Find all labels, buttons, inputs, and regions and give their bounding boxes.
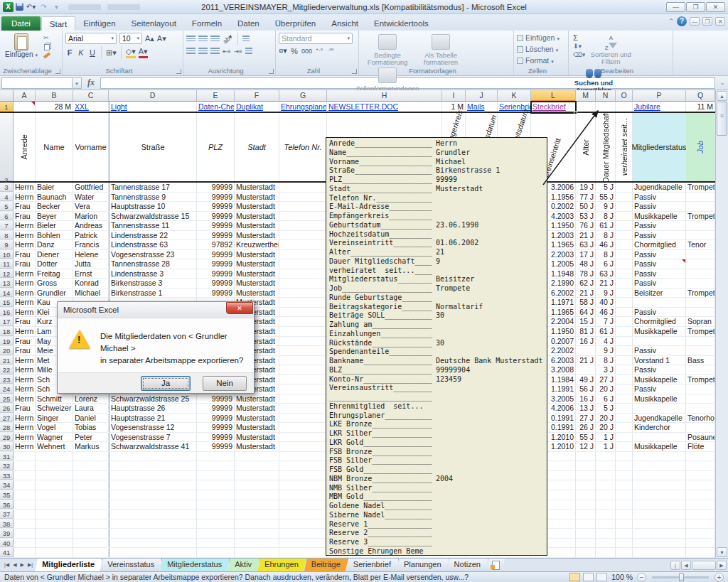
percent-style-icon[interactable]: %	[290, 47, 299, 55]
cell-A18[interactable]: Herrn	[14, 327, 36, 336]
cell-F13[interactable]: Musterstadt	[235, 279, 279, 288]
cell-B26[interactable]: Schweizer	[36, 404, 73, 413]
cell-B7[interactable]: Bieler	[36, 221, 73, 230]
cell-Q17[interactable]: Sopran	[686, 317, 715, 326]
cell-C38[interactable]	[73, 519, 109, 529]
cell-D40[interactable]	[109, 539, 197, 548]
cell-Q27[interactable]: Tenorhor	[686, 414, 715, 423]
cell-P16[interactable]: Passiv	[633, 308, 686, 317]
align-right-icon[interactable]	[210, 48, 220, 55]
link-light[interactable]: Light	[111, 102, 127, 111]
cell-O33[interactable]	[616, 471, 633, 480]
cell-M1[interactable]	[576, 102, 596, 112]
cell-G29[interactable]	[279, 433, 327, 442]
cell-G41[interactable]	[279, 548, 327, 557]
cell-F36[interactable]	[235, 500, 279, 510]
cell-N27[interactable]: 20 J	[596, 414, 616, 423]
cut-icon[interactable]: ✂	[43, 34, 50, 41]
cell-P20[interactable]: Passiv	[633, 346, 686, 355]
cell-C6[interactable]: Marion	[73, 212, 109, 221]
row-header-10[interactable]: 10	[0, 250, 14, 259]
cell-E4[interactable]: 99999	[197, 193, 235, 202]
cell-B36[interactable]	[36, 500, 73, 510]
cell-Q13[interactable]	[686, 279, 715, 288]
cell-N12[interactable]: 63 J	[596, 269, 616, 279]
cell-O1[interactable]	[616, 102, 633, 112]
cell-Q23[interactable]: Trompete	[686, 375, 715, 384]
scroll-right-icon[interactable]: ▶	[717, 561, 727, 570]
cell-F31[interactable]	[235, 452, 279, 461]
cell-Q38[interactable]	[686, 519, 715, 529]
name-box[interactable]	[1, 77, 73, 89]
sheet-tab-aktiv[interactable]: Aktiv	[228, 559, 259, 571]
font-size-select[interactable]: 10▾	[119, 33, 142, 44]
cell-N1[interactable]	[596, 102, 616, 112]
column-header-I[interactable]: I	[442, 90, 466, 102]
cell-A16[interactable]: Herrn	[14, 308, 36, 317]
cell-Q35[interactable]	[686, 490, 715, 500]
cell-N5[interactable]: 9 J	[596, 202, 616, 211]
cell-B39[interactable]	[36, 529, 73, 538]
column-header-G[interactable]: G	[279, 90, 327, 102]
qat-customize-icon[interactable]: ▾	[51, 3, 62, 11]
cell-A7[interactable]: Herrn	[14, 221, 36, 230]
cell-P25[interactable]: Musikkapelle	[633, 394, 686, 404]
cell-B6[interactable]: Beyer	[36, 212, 73, 221]
cell-C1[interactable]: XXL	[73, 102, 109, 112]
column-header-J[interactable]: J	[466, 90, 498, 102]
row-header-15[interactable]: 15	[0, 298, 14, 307]
format-cells-button[interactable]: Format▾	[517, 55, 565, 67]
cell-D7[interactable]: Tannenstrasse 11	[109, 221, 197, 230]
cell-B41[interactable]	[36, 548, 73, 557]
insert-function-icon[interactable]: fx	[82, 77, 100, 88]
cell-Q22[interactable]	[686, 365, 715, 374]
header-cell-B[interactable]: Name	[36, 113, 73, 181]
link-ehrungsplaner[interactable]: Ehrungsplaner	[281, 102, 327, 111]
borders-icon[interactable]: ⊞▾	[106, 48, 117, 58]
cell-F3[interactable]: Musterstadt	[235, 183, 279, 192]
paste-button[interactable]: Einfügen▾	[3, 33, 40, 59]
cell-M11[interactable]: 48 J	[576, 259, 596, 269]
font-color-icon[interactable]: A▾	[139, 47, 148, 58]
cell-G10[interactable]	[279, 250, 327, 259]
cell-G5[interactable]	[279, 202, 327, 211]
cell-F28[interactable]: Musterstadt	[235, 423, 279, 432]
cell-B33[interactable]	[36, 471, 73, 480]
cell-G32[interactable]	[279, 461, 327, 470]
ribbon-collapse-icon[interactable]: ⌃	[668, 18, 674, 25]
cell-A3[interactable]: Herrn	[14, 183, 36, 192]
cell-P4[interactable]: Passiv	[633, 193, 686, 202]
cell-E25[interactable]: 99999	[197, 394, 235, 404]
cell-O25[interactable]	[616, 394, 633, 404]
decrease-decimal-icon[interactable]: ·⁰⁰	[326, 48, 335, 54]
cell-D37[interactable]	[109, 510, 197, 519]
cell-G8[interactable]	[279, 231, 327, 240]
ribbon-tab-start[interactable]: Start	[41, 16, 75, 31]
cell-H1[interactable]: NEWSLETTER.DOC	[327, 102, 442, 112]
cell-B32[interactable]	[36, 461, 73, 470]
horizontal-scroll-thumb[interactable]	[692, 561, 716, 570]
cell-B9[interactable]: Danz	[36, 240, 73, 249]
insert-worksheet-icon[interactable]	[486, 559, 505, 571]
cell-A22[interactable]: Herrn	[14, 365, 36, 374]
row-header-28[interactable]: 28	[0, 423, 14, 432]
cell-J1[interactable]: Mails	[466, 102, 498, 112]
cell-G6[interactable]	[279, 212, 327, 221]
cell-F6[interactable]: Musterstadt	[235, 212, 279, 221]
cell-E31[interactable]	[197, 452, 235, 461]
clear-icon[interactable]: ⌫▾	[573, 51, 585, 58]
column-header-K[interactable]: K	[498, 90, 531, 102]
cell-A35[interactable]	[14, 490, 36, 500]
row-header-19[interactable]: 19	[0, 337, 14, 346]
cell-N38[interactable]	[596, 519, 616, 529]
cell-B40[interactable]	[36, 539, 73, 548]
cell-Q9[interactable]: Tenor	[686, 240, 715, 249]
cell-G4[interactable]	[279, 193, 327, 202]
cell-D1[interactable]: Light	[109, 102, 197, 112]
cell-M31[interactable]	[576, 452, 596, 461]
cell-A29[interactable]: Herrn	[14, 433, 36, 442]
row-header-30[interactable]: 30	[0, 442, 14, 451]
wrap-text-icon[interactable]	[242, 36, 250, 43]
cell-N20[interactable]: 9 J	[596, 346, 616, 355]
cell-E3[interactable]: 99999	[197, 183, 235, 192]
